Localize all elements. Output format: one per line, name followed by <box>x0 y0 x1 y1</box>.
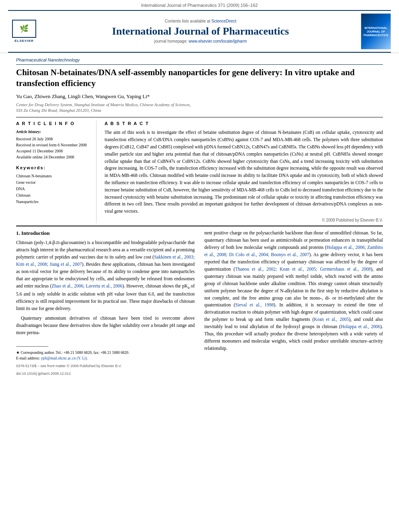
ref-kean[interactable]: Kean et al., 2005 <box>314 317 349 322</box>
footnote-email[interactable]: ypli@mail.shcnc.ac.cn (Y. Li). <box>41 356 88 360</box>
header-content: 🌿 ELSEVIER Contents lists available at S… <box>8 10 391 53</box>
sciencedirect-line: Contents lists available at ScienceDirec… <box>44 18 357 24</box>
journal-homepage-line: journal homepage: www.elsevier.com/locat… <box>44 39 357 44</box>
journal-homepage-link[interactable]: www.elsevier.com/locate/ijpharm <box>189 39 247 43</box>
page-wrapper: International Journal of Pharmaceutics 3… <box>0 0 399 532</box>
ref-zhao[interactable]: Zhao et al., 2006; Lavertu et al., 2006 <box>51 283 122 288</box>
ref-sieval[interactable]: Sieval et al., 1998 <box>235 302 274 307</box>
received-2: Received in revised form 6 November 2008 <box>16 142 90 148</box>
intro-para-1: Chitosan (poly-1,4-β-D-glucosamine) is a… <box>16 239 195 312</box>
article-col-left: 1. Introduction Chitosan (poly-1,4-β-D-g… <box>16 230 195 376</box>
abstract-heading: A B S T R A C T <box>105 121 383 127</box>
intro-para-3: nent positive charge on the polysacchari… <box>204 230 383 352</box>
section-label: Pharmaceutical Nanotechnology <box>16 57 383 64</box>
history-label: Article history: <box>16 129 90 135</box>
elsevier-tree-icon: 🌿 <box>20 24 29 34</box>
introduction-body-left: Chitosan (poly-1,4-β-D-glucosamine) is a… <box>16 239 195 336</box>
affiliation: Center for Drug Delivery System, Shangha… <box>16 102 383 114</box>
article-col-right: nent positive charge on the polysacchari… <box>204 230 383 376</box>
ref-holappa[interactable]: Holappa et al., 2006; Zambito et al., 20… <box>204 245 383 257</box>
copyright-line: © 2009 Published by Elsevier B.V. <box>105 218 383 223</box>
accepted: Accepted 11 December 2008 <box>16 148 90 154</box>
keyword-2: Gene vector <box>16 179 90 186</box>
homepage-label: journal homepage: <box>154 39 187 43</box>
keywords-heading: Keywords: <box>16 165 90 171</box>
abstract-text: The aim of this work is to investigate t… <box>105 129 383 215</box>
divider-1 <box>16 117 383 117</box>
ref-holappa2[interactable]: Holappa et al., 2006 <box>341 324 380 329</box>
article-info-heading: A R T I C L E I N F O <box>16 121 90 127</box>
authors-text: Yu Gao, Zhiwen Zhang, Lingli Chen, Wangw… <box>16 93 150 99</box>
keyword-3: DNA <box>16 186 90 192</box>
journal-header: International Journal of Pharmaceutics 3… <box>0 0 399 53</box>
keyword-1: Chitosan N-betainates <box>16 173 90 179</box>
article-info-column: A R T I C L E I N F O Article history: R… <box>16 121 97 223</box>
elsevier-logo: 🌿 ELSEVIER <box>8 20 40 43</box>
footnote-corresponding: Corresponding author. Tel.: +86 21 5080 … <box>21 351 129 355</box>
available-online: Available online 24 December 2008 <box>16 154 90 160</box>
received-1: Received 26 July 2008 <box>16 136 90 142</box>
article-body: Pharmaceutical Nanotechnology Chitosan N… <box>0 53 399 384</box>
journal-ref-line: International Journal of Pharmaceutics 3… <box>141 2 258 8</box>
journal-main-title: International Journal of Pharmaceutics <box>44 25 357 37</box>
keyword-5: Nanoparticles <box>16 199 90 205</box>
doi-line: doi:10.1016/j.ijpharm.2008.12.012 <box>16 371 195 376</box>
affiliation-line2: SSS Zu Chang Zhi Road, Shanghai 201203, … <box>16 108 101 113</box>
elsevier-label: ELSEVIER <box>14 39 34 43</box>
cover-text: INTERNATIONAL JOURNAL OF PHARMACEUTICS <box>361 25 391 39</box>
sciencedirect-label: Contents lists available at <box>165 19 210 23</box>
elsevier-logo-box: 🌿 <box>12 20 36 38</box>
journal-cover-image: INTERNATIONAL JOURNAL OF PHARMACEUTICS <box>361 13 391 49</box>
intro-para-2: Quaternary ammonium derivatives of chito… <box>16 315 195 337</box>
footnote-area: ★ Corresponding author. Tel.: +86 21 508… <box>16 339 195 376</box>
article-title: Chitosan N-betainates/DNA self-assembly … <box>16 67 383 89</box>
affiliation-line1: Center for Drug Delivery System, Shangha… <box>16 103 191 107</box>
keyword-4: Chitosan <box>16 192 90 199</box>
journal-title-block: Contents lists available at ScienceDirec… <box>44 18 357 44</box>
footnote-symbol: ★ <box>16 351 21 355</box>
footnote-divider <box>16 346 48 347</box>
footnote-text: ★ Corresponding author. Tel.: +86 21 508… <box>16 350 195 362</box>
article-info-abstract-columns: A R T I C L E I N F O Article history: R… <box>16 121 383 223</box>
abstract-column: A B S T R A C T The aim of this work is … <box>105 121 383 223</box>
keywords-section: Keywords: Chitosan N-betainates Gene vec… <box>16 165 90 205</box>
footnote-email-label: E-mail address: <box>16 356 40 360</box>
ref-sakkinen[interactable]: Sakkinen et al., 2003; Kim et al., 2008;… <box>16 255 195 267</box>
sciencedirect-link[interactable]: ScienceDirect <box>212 19 237 23</box>
ref-thanou[interactable]: Thanou et al., 2002; Kean et al., 2005; … <box>235 267 370 271</box>
article-text-columns: 1. Introduction Chitosan (poly-1,4-β-D-g… <box>16 230 383 376</box>
introduction-body-right: nent positive charge on the polysacchari… <box>204 230 383 352</box>
authors-line: Yu Gao, Zhiwen Zhang, Lingli Chen, Wangw… <box>16 93 383 100</box>
article-divider-thick <box>16 226 383 226</box>
issn-line: 0378-5173/$ – see front matter © 2009 Pu… <box>16 364 195 369</box>
introduction-heading: 1. Introduction <box>16 230 195 237</box>
